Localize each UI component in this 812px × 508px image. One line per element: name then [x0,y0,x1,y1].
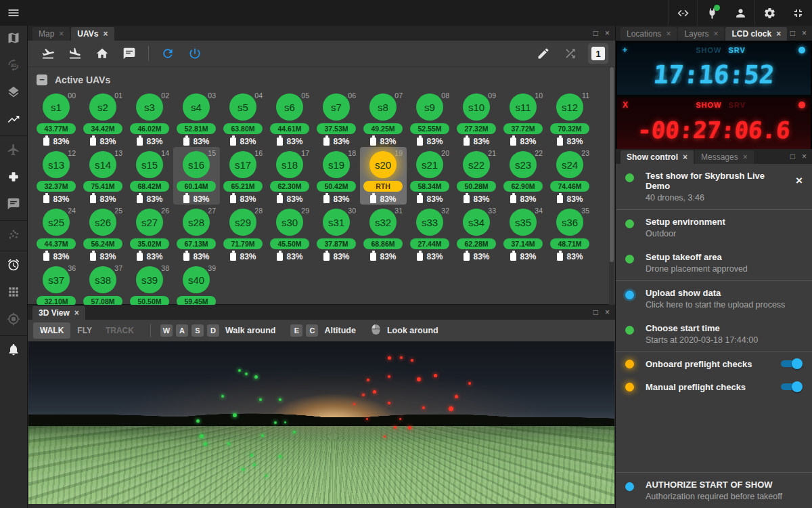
uav-card-s20[interactable]: 19s20RTH83% [360,147,407,205]
sidebar-item-map[interactable] [0,26,27,53]
uav-status-circle[interactable]: s38 [89,266,116,293]
uav-status-circle[interactable]: s16 [183,151,210,178]
uav-card-s28[interactable]: 27s2867.13M83% [173,205,220,262]
sidebar-item-3d-view[interactable]: 3D [0,53,27,80]
uav-status-circle[interactable]: s37 [43,266,70,293]
close-icon[interactable]: × [802,152,807,161]
uav-card-s9[interactable]: 08s952.55M83% [407,89,453,147]
tab-close-icon[interactable]: × [74,308,79,318]
compress-icon[interactable] [784,0,812,26]
uav-card-s6[interactable]: 05s644.61M83% [267,89,313,147]
checklist-item-2[interactable]: Setup environmentOutdoor [616,210,812,245]
takeoff-icon[interactable] [35,41,62,66]
tab-close-icon[interactable]: × [776,29,781,39]
uav-status-circle[interactable]: s12 [556,93,583,121]
uav-card-s18[interactable]: 17s1862.30M83% [267,147,313,205]
tab-close-icon[interactable]: × [683,152,687,162]
sidebar-item-datasets[interactable] [0,280,27,307]
uav-status-circle[interactable]: s31 [323,209,350,236]
mapping-icon[interactable] [557,41,584,66]
uav-status-circle[interactable]: s34 [463,209,490,236]
uav-card-s26[interactable]: 25s2656.24M83% [80,205,127,262]
sidebar-item-location[interactable] [0,307,27,334]
tab-close-icon[interactable]: × [59,29,64,39]
uav-card-s34[interactable]: 33s3462.28M83% [453,205,500,262]
sidebar-item-swarm[interactable] [0,222,27,249]
tab-close-icon[interactable]: × [666,29,671,39]
uav-card-s8[interactable]: 07s849.25M83% [360,89,407,147]
mode-button-fly[interactable]: FLY [70,322,99,339]
uav-card-s10[interactable]: 09s1027.32M83% [453,89,500,147]
uav-status-circle[interactable]: s33 [416,209,443,236]
maximize-icon[interactable]: □ [790,152,795,161]
uav-card-s38[interactable]: 37s3857.08M83% [80,262,127,305]
uav-card-s27[interactable]: 26s2735.02M83% [127,205,173,262]
person-icon[interactable] [726,0,754,26]
scrollbar-thumb[interactable] [610,67,614,262]
uav-card-s15[interactable]: 14s1568.42M83% [127,147,173,205]
uav-status-circle[interactable]: s7 [323,93,350,121]
3d-scene[interactable] [28,341,614,504]
checklist-item-6[interactable]: Onboard preflight checks [616,352,812,375]
uav-status-circle[interactable]: s2 [89,93,116,121]
uav-status-circle[interactable]: s15 [136,151,163,178]
toggle-switch-on[interactable] [780,358,803,370]
uav-status-circle[interactable]: s1 [43,93,70,121]
power-icon[interactable] [181,41,208,66]
close-icon[interactable]: × [796,171,803,186]
tab-show-control[interactable]: Show control× [621,150,694,164]
uav-card-s30[interactable]: 29s3045.50M83% [267,205,313,262]
uav-status-circle[interactable]: s27 [136,209,163,236]
authorize-start-row[interactable]: AUTHORIZE START OF SHOWAuthorization req… [616,473,812,508]
home-icon[interactable] [89,41,116,66]
toggle-switch-on[interactable] [780,381,803,393]
uav-status-circle[interactable]: s5 [229,93,256,121]
uav-card-s13[interactable]: 12s1332.37M83% [33,147,80,205]
uav-status-circle[interactable]: s36 [556,209,583,236]
checklist-item-3[interactable]: Setup takeoff areaDrone placement approv… [616,245,812,280]
uav-card-s1[interactable]: 00s143.77M83% [33,89,80,147]
uav-status-circle[interactable]: s19 [323,151,350,178]
tab-3d-view[interactable]: 3D View× [32,306,85,320]
scrollbar[interactable] [609,67,614,305]
uav-card-s25[interactable]: 24s2544.37M83% [33,205,80,262]
uav-card-s14[interactable]: 13s1475.41M83% [80,147,127,205]
tab-locations[interactable]: Locations× [621,27,677,41]
uav-card-s22[interactable]: 21s2250.28M83% [453,147,500,205]
tab-layers[interactable]: Layers× [678,27,724,41]
uav-card-s37[interactable]: 36s3732.10M83% [33,262,80,305]
sidebar-item-notifications[interactable] [0,337,27,364]
uav-status-circle[interactable]: s6 [276,93,303,121]
sidebar-item-layers[interactable] [0,80,27,107]
uav-status-circle[interactable]: s35 [510,209,537,236]
uav-card-s35[interactable]: 34s3537.14M83% [500,205,547,262]
sidebar-item-show-control[interactable] [0,165,27,192]
maximize-icon[interactable]: □ [593,308,598,317]
uav-status-circle[interactable]: s10 [463,93,490,121]
collapse-button[interactable]: − [37,75,47,85]
uav-card-s36[interactable]: 35s3648.71M83% [547,205,593,262]
code-icon[interactable] [669,0,697,26]
maximize-icon[interactable]: □ [593,28,598,38]
uav-status-circle[interactable]: s24 [556,151,583,178]
uav-status-circle[interactable]: s25 [43,209,70,236]
checklist-item-1[interactable]: Test show for Skybrush Live Demo40 drone… [616,164,812,209]
checklist-item-5[interactable]: Choose start timeStarts at 2020-03-18 17… [616,316,812,352]
tab-close-icon[interactable]: × [743,152,748,162]
message-icon[interactable] [116,41,143,66]
uav-card-s12[interactable]: 11s1270.32M83% [547,89,593,147]
tab-lcd-clock[interactable]: LCD clock× [725,27,787,41]
uav-status-circle[interactable]: s8 [369,93,397,121]
uav-card-s33[interactable]: 32s3327.44M83% [407,205,453,262]
uav-status-circle[interactable]: s22 [463,151,490,178]
uav-status-circle[interactable]: s11 [510,93,537,121]
uav-status-circle[interactable]: s20 [369,151,397,178]
uav-status-circle[interactable]: s3 [136,93,163,121]
uav-card-s39[interactable]: 38s3950.50M83% [127,262,173,305]
uav-status-circle[interactable]: s17 [229,151,256,178]
uav-card-s29[interactable]: 28s2971.79M83% [220,205,267,262]
uav-card-s21[interactable]: 20s2158.34M83% [407,147,453,205]
hamburger-icon[interactable] [0,0,27,26]
uav-status-circle[interactable]: s4 [183,93,210,121]
uav-status-circle[interactable]: s14 [89,151,116,178]
